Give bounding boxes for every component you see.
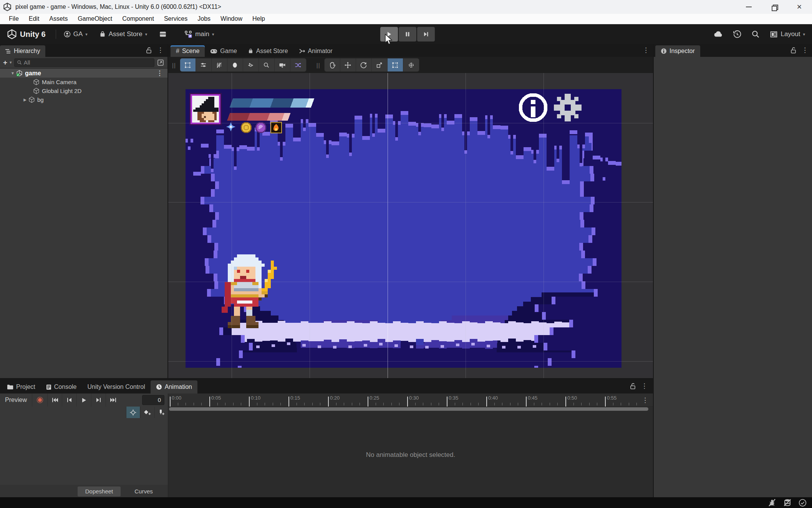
hierarchy-panel: Hierarchy ⋮ + ▾ All: [0, 44, 168, 378]
dopesheet-button[interactable]: Dopesheet: [78, 486, 121, 496]
status-ok-icon[interactable]: [799, 499, 807, 507]
kebab-menu-icon[interactable]: ⋮: [157, 46, 164, 54]
foldout-closed-icon[interactable]: ▶: [22, 98, 28, 102]
shaded-mode-button[interactable]: [227, 58, 243, 71]
hierarchy-row-main-camera[interactable]: Main Camera: [0, 78, 167, 86]
kebab-menu-icon[interactable]: ⋮: [156, 69, 163, 77]
hierarchy-row-global-light-2d[interactable]: Global Light 2D: [0, 86, 167, 95]
account-menu[interactable]: GA ▾: [64, 30, 88, 38]
scene-camera-button[interactable]: [275, 58, 290, 71]
kebab-menu-icon[interactable]: ⋮: [643, 46, 649, 54]
tab-hierarchy[interactable]: Hierarchy: [0, 45, 45, 57]
tab-animation[interactable]: Animation: [151, 380, 197, 393]
unlock-icon[interactable]: [790, 47, 796, 53]
menu-item-gameobject[interactable]: GameObject: [73, 15, 117, 22]
tab-asset-store[interactable]: Asset Store: [242, 45, 293, 57]
overlay-drag-handle[interactable]: ||: [317, 62, 320, 68]
asset-store-menu[interactable]: Asset Store ▾: [99, 30, 147, 38]
ruler-minor-tick: [589, 403, 590, 405]
tab-unity-version-control[interactable]: Unity Version Control: [82, 380, 151, 393]
picker-window-icon[interactable]: [157, 59, 164, 66]
random-tool-button[interactable]: [290, 58, 306, 71]
play-button[interactable]: [380, 27, 398, 42]
menu-item-jobs[interactable]: Jobs: [192, 15, 215, 22]
tab-scene[interactable]: # Scene: [171, 45, 205, 57]
cloud-icon[interactable]: [714, 31, 723, 38]
ruler-minor-tick: [415, 403, 416, 405]
preview-toggle-button[interactable]: Preview: [0, 393, 32, 407]
current-frame-field[interactable]: 0: [142, 395, 164, 405]
rect-select-tool-button[interactable]: [180, 58, 196, 71]
scene-zoom-button[interactable]: [259, 58, 275, 71]
step-button[interactable]: [417, 27, 435, 42]
hierarchy-search-input[interactable]: All: [14, 58, 154, 67]
menu-item-edit[interactable]: Edit: [24, 15, 45, 22]
goto-last-frame-button[interactable]: [106, 393, 121, 407]
tab-animator[interactable]: Animator: [293, 45, 338, 57]
foldout-open-icon[interactable]: ▼: [10, 71, 15, 75]
skip-start-icon: [52, 398, 58, 402]
menu-item-services[interactable]: Services: [159, 15, 192, 22]
caret-down-icon: ▾: [85, 32, 88, 37]
version-control-branch-menu[interactable]: main ▾: [184, 30, 214, 38]
transform-tool-button[interactable]: [403, 58, 419, 71]
add-keyframe-button[interactable]: [140, 407, 154, 418]
menu-item-window[interactable]: Window: [215, 15, 247, 22]
tab-inspector[interactable]: Inspector: [655, 45, 700, 57]
rect-tool-button[interactable]: [388, 58, 403, 71]
record-button[interactable]: [32, 393, 48, 407]
play-animation-button[interactable]: [77, 393, 91, 407]
timeline-horizontal-scrollbar[interactable]: [169, 407, 648, 411]
keyframe-target-button[interactable]: [126, 407, 140, 418]
move-tool-button[interactable]: [340, 58, 356, 71]
restore-button[interactable]: [761, 0, 787, 14]
hierarchy-list-icon: [5, 49, 11, 54]
unlock-icon[interactable]: [146, 47, 152, 53]
move-icon: [345, 62, 351, 68]
ruler-minor-tick: [194, 403, 194, 405]
curves-button[interactable]: Curves: [122, 486, 165, 496]
add-gameobject-button[interactable]: +: [3, 58, 7, 67]
debugger-disabled-icon[interactable]: [768, 498, 776, 507]
tab-project[interactable]: Project: [2, 380, 41, 393]
search-icon[interactable]: [751, 30, 760, 38]
overlay-drag-handle[interactable]: ||: [172, 62, 176, 68]
cache-server-disabled-icon[interactable]: [783, 498, 792, 507]
menu-item-component[interactable]: Component: [117, 15, 159, 22]
kebab-menu-icon[interactable]: ⋮: [641, 382, 648, 390]
unlock-icon[interactable]: [630, 383, 636, 389]
menu-item-file[interactable]: File: [4, 15, 24, 22]
layout-menu[interactable]: Layout ▾: [770, 30, 805, 38]
hierarchy-row-bg[interactable]: ▶ bg: [0, 95, 167, 104]
add-caret-icon[interactable]: ▾: [10, 60, 12, 65]
view-hand-tool-button[interactable]: [325, 58, 340, 71]
close-button[interactable]: ×: [787, 0, 812, 14]
menu-item-assets[interactable]: Assets: [44, 15, 73, 22]
add-event-button[interactable]: [154, 407, 168, 418]
clock-icon: [156, 384, 162, 390]
prev-frame-icon: [67, 398, 72, 402]
pause-button[interactable]: [399, 27, 416, 42]
animation-ruler[interactable]: ⋮ 0:000:050:100:150:200:250:300:350:400:…: [168, 393, 653, 407]
menu-item-help[interactable]: Help: [247, 15, 270, 22]
previous-frame-button[interactable]: [62, 393, 77, 407]
ruler-minor-tick: [391, 403, 392, 405]
hierarchy-row-scene-game[interactable]: ▼ game ⋮: [0, 69, 167, 78]
grid-visibility-button[interactable]: [212, 58, 227, 71]
minimize-button[interactable]: [736, 0, 761, 14]
animator-icon: [299, 48, 305, 54]
archive-button[interactable]: [159, 30, 167, 38]
next-frame-button[interactable]: [91, 393, 106, 407]
rotate-tool-button[interactable]: [356, 58, 372, 71]
scene-viewport[interactable]: [168, 73, 653, 378]
draw-mode-button[interactable]: [196, 58, 212, 71]
kebab-menu-icon[interactable]: ⋮: [802, 46, 808, 54]
goto-first-frame-button[interactable]: [48, 393, 62, 407]
scene-visibility-button[interactable]: [243, 58, 259, 71]
scale-tool-button[interactable]: [372, 58, 388, 71]
tab-game[interactable]: Game: [205, 45, 242, 57]
title-bar: pixel game - game - Windows, Mac, Linux …: [0, 0, 812, 14]
history-icon[interactable]: [733, 30, 741, 38]
tab-console[interactable]: Console: [41, 380, 82, 393]
kebab-menu-icon[interactable]: ⋮: [642, 396, 648, 404]
